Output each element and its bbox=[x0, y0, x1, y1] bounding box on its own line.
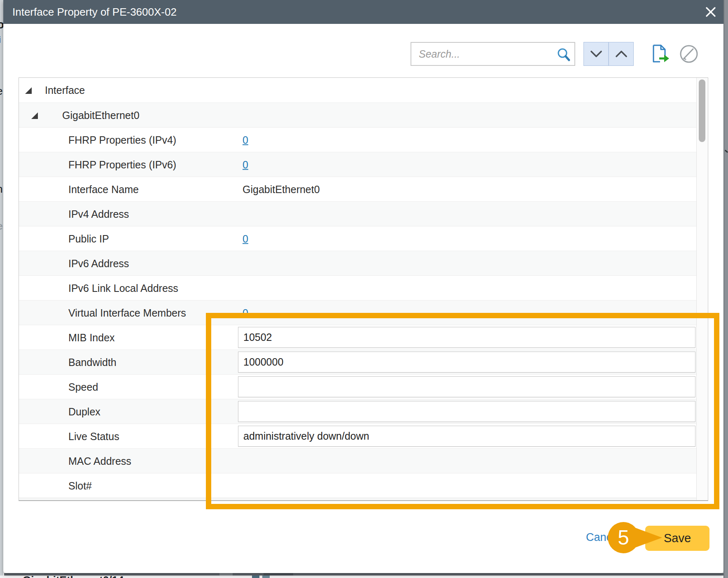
search-input[interactable] bbox=[411, 43, 551, 65]
table-row: FHRP Properties (IPv6)0 bbox=[19, 152, 698, 177]
table-row: Bandwidth bbox=[19, 350, 698, 374]
row-value-link[interactable]: 0 bbox=[243, 158, 248, 170]
row-label: IPv6 Link Local Address bbox=[68, 282, 178, 294]
table-row: IPv4 Address bbox=[19, 201, 698, 226]
chevron-down-icon bbox=[590, 50, 602, 58]
table-row: Virtual Interface Members0 bbox=[19, 300, 698, 325]
find-previous-button[interactable] bbox=[609, 42, 633, 65]
row-label: GigabitEthernet0 bbox=[62, 109, 140, 121]
table-row: Live Status bbox=[19, 424, 698, 448]
row-label: Slot# bbox=[68, 480, 92, 492]
find-next-button[interactable] bbox=[584, 42, 609, 65]
table-row: Speed bbox=[19, 374, 698, 399]
property-table: InterfaceGigabitEthernet0FHRP Properties… bbox=[19, 77, 708, 501]
chevron-up-icon bbox=[615, 50, 628, 58]
table-row: Slot# bbox=[19, 473, 698, 498]
row-label: IPv6 Address bbox=[68, 257, 129, 269]
row-label: IPv4 Address bbox=[68, 208, 129, 220]
close-icon[interactable] bbox=[705, 6, 717, 18]
modal-title: Interface Property of PE-3600X-02 bbox=[12, 6, 177, 19]
table-row: Interface NameGigabitEthernet0 bbox=[19, 177, 698, 201]
table-row: Public IP0 bbox=[19, 226, 698, 251]
row-label: FHRP Properties (IPv6) bbox=[68, 158, 176, 170]
search-nav-buttons bbox=[583, 42, 634, 66]
background-checkbox bbox=[262, 576, 270, 578]
row-label: Interface bbox=[45, 84, 85, 96]
row-value-link[interactable]: 0 bbox=[243, 307, 248, 319]
collapse-arrow-icon[interactable] bbox=[31, 112, 38, 119]
search-icon[interactable] bbox=[556, 47, 571, 62]
table-row: IPv6 Link Local Address bbox=[19, 275, 698, 300]
export-icon[interactable] bbox=[649, 44, 670, 64]
row-label: Speed bbox=[68, 381, 98, 393]
table-row: Duplex bbox=[19, 399, 698, 424]
row-label: Public IP bbox=[68, 233, 109, 245]
row-label: Interface Name bbox=[68, 183, 139, 195]
row-value-input[interactable] bbox=[238, 376, 695, 397]
edit-icon[interactable] bbox=[679, 44, 698, 63]
table-row: Interface bbox=[19, 78, 698, 103]
table-row: MIB Index bbox=[19, 325, 698, 350]
interface-property-modal: Interface Property of PE-3600X-02 bbox=[3, 0, 723, 573]
table-row: GigabitEthernet0 bbox=[19, 103, 698, 127]
table-scrollbar[interactable] bbox=[696, 78, 708, 500]
row-value-text: GigabitEthernet0 bbox=[243, 183, 320, 195]
row-value-input[interactable] bbox=[238, 401, 695, 422]
row-label: Live Status bbox=[68, 430, 119, 442]
save-button[interactable]: Save bbox=[645, 526, 709, 551]
edge-glyph-fragment bbox=[725, 150, 728, 153]
row-label: FHRP Properties (IPv4) bbox=[68, 134, 176, 146]
row-value-input[interactable] bbox=[238, 426, 695, 447]
table-row: IPv6 Address bbox=[19, 251, 698, 275]
row-label: MIB Index bbox=[68, 331, 115, 343]
table-row: FHRP Properties (IPv4)0 bbox=[19, 127, 698, 152]
property-table-rows: InterfaceGigabitEthernet0FHRP Properties… bbox=[19, 78, 708, 498]
row-value-link[interactable]: 0 bbox=[243, 134, 248, 146]
background-interface-text: GigabitEthernet0/14 bbox=[23, 576, 124, 578]
row-value-input[interactable] bbox=[238, 352, 695, 373]
table-row: MAC Address bbox=[19, 448, 698, 473]
background-bottom-strip: GigabitEthernet0/14 bbox=[0, 576, 728, 578]
row-label: Duplex bbox=[68, 406, 100, 417]
background-checkbox bbox=[252, 576, 259, 578]
search-input-wrapper bbox=[411, 42, 575, 66]
collapse-arrow-icon[interactable] bbox=[25, 87, 32, 94]
row-value-link[interactable]: 0 bbox=[243, 233, 248, 245]
row-value-input[interactable] bbox=[238, 327, 695, 348]
modal-header: Interface Property of PE-3600X-02 bbox=[3, 0, 723, 24]
table-scrollbar-thumb[interactable] bbox=[699, 79, 705, 142]
background-page-sliver: o i e n e bbox=[0, 0, 3, 578]
row-label: Virtual Interface Members bbox=[68, 307, 186, 319]
cancel-button[interactable]: Cancel bbox=[586, 531, 621, 544]
background-window-edge bbox=[723, 0, 728, 578]
screen: o i e n e GigabitEthernet0/14 Interface … bbox=[0, 0, 728, 578]
row-label: MAC Address bbox=[68, 455, 131, 467]
table-row-partial bbox=[19, 498, 698, 501]
row-label: Bandwidth bbox=[68, 356, 117, 368]
